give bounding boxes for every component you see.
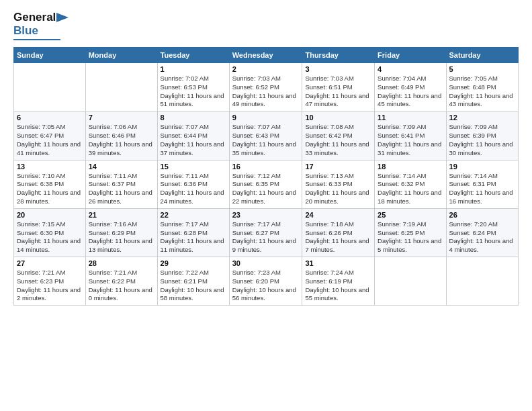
page-header: General Blue [13, 11, 519, 40]
cell-info: Sunrise: 7:19 AMSunset: 6:25 PMDaylight:… [378, 220, 443, 255]
cell-day-number: 5 [449, 65, 515, 73]
logo-blue: Blue [13, 24, 38, 38]
calendar-cell: 14Sunrise: 7:11 AMSunset: 6:37 PMDayligh… [85, 160, 157, 208]
calendar-cell: 21Sunrise: 7:16 AMSunset: 6:29 PMDayligh… [85, 208, 157, 257]
calendar-cell [14, 63, 86, 111]
cell-info: Sunrise: 7:22 AMSunset: 6:21 PMDaylight:… [161, 269, 226, 303]
cell-day-number: 3 [305, 65, 371, 73]
calendar-cell: 18Sunrise: 7:14 AMSunset: 6:32 PMDayligh… [375, 160, 446, 208]
calendar-cell: 20Sunrise: 7:15 AMSunset: 6:30 PMDayligh… [14, 208, 86, 257]
cell-info: Sunrise: 7:08 AMSunset: 6:42 PMDaylight:… [305, 123, 371, 157]
cell-info: Sunrise: 7:02 AMSunset: 6:53 PMDaylight:… [161, 75, 226, 109]
cell-day-number: 18 [378, 163, 443, 171]
cell-day-number: 24 [305, 211, 371, 219]
calendar-cell: 19Sunrise: 7:14 AMSunset: 6:31 PMDayligh… [446, 160, 518, 208]
calendar-cell: 17Sunrise: 7:13 AMSunset: 6:33 PMDayligh… [302, 160, 375, 208]
cell-day-number: 30 [232, 259, 300, 267]
cell-day-number: 12 [449, 113, 515, 122]
calendar-week-1: 1Sunrise: 7:02 AMSunset: 6:53 PMDaylight… [14, 63, 519, 111]
cell-day-number: 14 [89, 163, 154, 171]
cell-info: Sunrise: 7:12 AMSunset: 6:35 PMDaylight:… [232, 172, 300, 206]
cell-info: Sunrise: 7:18 AMSunset: 6:26 PMDaylight:… [305, 220, 371, 255]
calendar-header-row: SundayMondayTuesdayWednesdayThursdayFrid… [14, 48, 519, 63]
calendar-cell: 6Sunrise: 7:05 AMSunset: 6:47 PMDaylight… [14, 111, 86, 160]
cell-info: Sunrise: 7:04 AMSunset: 6:49 PMDaylight:… [378, 75, 443, 109]
calendar-cell: 15Sunrise: 7:11 AMSunset: 6:36 PMDayligh… [157, 160, 229, 208]
cell-day-number: 16 [232, 163, 300, 171]
cell-day-number: 11 [378, 113, 443, 122]
logo: General Blue [13, 11, 69, 40]
calendar-cell: 8Sunrise: 7:07 AMSunset: 6:44 PMDaylight… [157, 111, 229, 160]
cell-info: Sunrise: 7:07 AMSunset: 6:43 PMDaylight:… [232, 123, 300, 157]
calendar-week-4: 20Sunrise: 7:15 AMSunset: 6:30 PMDayligh… [14, 208, 519, 257]
cell-info: Sunrise: 7:10 AMSunset: 6:38 PMDaylight:… [17, 172, 83, 206]
cell-info: Sunrise: 7:21 AMSunset: 6:22 PMDaylight:… [89, 269, 154, 303]
cell-info: Sunrise: 7:24 AMSunset: 6:19 PMDaylight:… [305, 269, 371, 303]
calendar-week-3: 13Sunrise: 7:10 AMSunset: 6:38 PMDayligh… [14, 160, 519, 208]
cell-info: Sunrise: 7:06 AMSunset: 6:46 PMDaylight:… [89, 123, 154, 157]
calendar-cell: 13Sunrise: 7:10 AMSunset: 6:38 PMDayligh… [14, 160, 86, 208]
calendar-week-5: 27Sunrise: 7:21 AMSunset: 6:23 PMDayligh… [14, 257, 519, 306]
cell-day-number: 28 [89, 259, 154, 267]
cell-day-number: 21 [89, 211, 154, 219]
cell-day-number: 23 [232, 211, 300, 219]
cell-day-number: 9 [232, 113, 300, 122]
cell-info: Sunrise: 7:09 AMSunset: 6:39 PMDaylight:… [449, 123, 515, 157]
cell-info: Sunrise: 7:09 AMSunset: 6:41 PMDaylight:… [378, 123, 443, 157]
weekday-header-tuesday: Tuesday [157, 48, 229, 63]
cell-info: Sunrise: 7:21 AMSunset: 6:23 PMDaylight:… [17, 269, 83, 303]
weekday-header-friday: Friday [375, 48, 446, 63]
cell-info: Sunrise: 7:14 AMSunset: 6:31 PMDaylight:… [449, 172, 515, 206]
cell-day-number: 4 [378, 65, 443, 73]
weekday-header-sunday: Sunday [14, 48, 86, 63]
cell-day-number: 7 [89, 113, 154, 122]
cell-day-number: 26 [449, 211, 515, 219]
calendar-cell [85, 63, 157, 111]
calendar-cell: 22Sunrise: 7:17 AMSunset: 6:28 PMDayligh… [157, 208, 229, 257]
calendar-cell [375, 257, 446, 306]
calendar-cell: 25Sunrise: 7:19 AMSunset: 6:25 PMDayligh… [375, 208, 446, 257]
calendar-page: General Blue SundayMondayTuesdayWednesda… [0, 0, 532, 312]
cell-day-number: 2 [232, 65, 300, 73]
logo-underline [13, 39, 60, 40]
calendar-cell: 1Sunrise: 7:02 AMSunset: 6:53 PMDaylight… [157, 63, 229, 111]
calendar-week-2: 6Sunrise: 7:05 AMSunset: 6:47 PMDaylight… [14, 111, 519, 160]
logo-general: General [13, 11, 56, 24]
calendar-cell: 9Sunrise: 7:07 AMSunset: 6:43 PMDaylight… [229, 111, 302, 160]
cell-day-number: 29 [161, 259, 226, 267]
cell-day-number: 15 [161, 163, 226, 171]
cell-info: Sunrise: 7:07 AMSunset: 6:44 PMDaylight:… [161, 123, 226, 157]
calendar-cell: 3Sunrise: 7:03 AMSunset: 6:51 PMDaylight… [302, 63, 375, 111]
calendar-cell: 26Sunrise: 7:20 AMSunset: 6:24 PMDayligh… [446, 208, 518, 257]
cell-info: Sunrise: 7:14 AMSunset: 6:32 PMDaylight:… [378, 172, 443, 206]
calendar-cell: 12Sunrise: 7:09 AMSunset: 6:39 PMDayligh… [446, 111, 518, 160]
cell-info: Sunrise: 7:17 AMSunset: 6:28 PMDaylight:… [161, 220, 226, 255]
cell-info: Sunrise: 7:23 AMSunset: 6:20 PMDaylight:… [232, 269, 300, 303]
cell-info: Sunrise: 7:03 AMSunset: 6:51 PMDaylight:… [305, 75, 371, 109]
calendar-cell: 23Sunrise: 7:17 AMSunset: 6:27 PMDayligh… [229, 208, 302, 257]
calendar-cell: 10Sunrise: 7:08 AMSunset: 6:42 PMDayligh… [302, 111, 375, 160]
weekday-header-wednesday: Wednesday [229, 48, 302, 63]
calendar-cell: 28Sunrise: 7:21 AMSunset: 6:22 PMDayligh… [85, 257, 157, 306]
cell-info: Sunrise: 7:13 AMSunset: 6:33 PMDaylight:… [305, 172, 371, 206]
weekday-header-thursday: Thursday [302, 48, 375, 63]
cell-day-number: 20 [17, 211, 83, 219]
cell-day-number: 10 [305, 113, 371, 122]
calendar-cell: 30Sunrise: 7:23 AMSunset: 6:20 PMDayligh… [229, 257, 302, 306]
cell-info: Sunrise: 7:16 AMSunset: 6:29 PMDaylight:… [89, 220, 154, 255]
cell-info: Sunrise: 7:05 AMSunset: 6:47 PMDaylight:… [17, 123, 83, 157]
calendar-cell: 24Sunrise: 7:18 AMSunset: 6:26 PMDayligh… [302, 208, 375, 257]
calendar-cell: 5Sunrise: 7:05 AMSunset: 6:48 PMDaylight… [446, 63, 518, 111]
cell-day-number: 1 [161, 65, 226, 73]
cell-day-number: 22 [161, 211, 226, 219]
cell-day-number: 31 [305, 259, 371, 267]
calendar-cell: 27Sunrise: 7:21 AMSunset: 6:23 PMDayligh… [14, 257, 86, 306]
calendar-cell: 31Sunrise: 7:24 AMSunset: 6:19 PMDayligh… [302, 257, 375, 306]
cell-day-number: 25 [378, 211, 443, 219]
cell-day-number: 6 [17, 113, 83, 122]
calendar-cell: 29Sunrise: 7:22 AMSunset: 6:21 PMDayligh… [157, 257, 229, 306]
cell-day-number: 13 [17, 163, 83, 171]
svg-marker-0 [56, 13, 69, 22]
cell-info: Sunrise: 7:15 AMSunset: 6:30 PMDaylight:… [17, 220, 83, 255]
cell-info: Sunrise: 7:11 AMSunset: 6:37 PMDaylight:… [89, 172, 154, 206]
